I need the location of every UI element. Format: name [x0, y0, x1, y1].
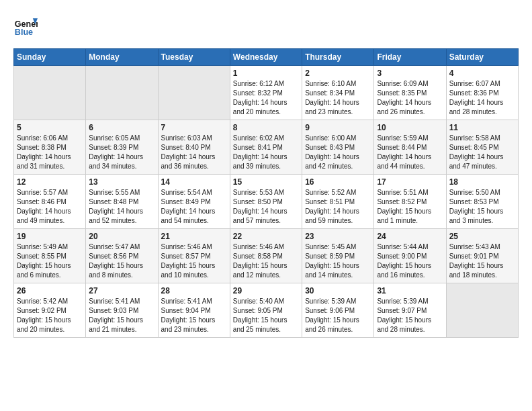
- calendar-cell: 9Sunrise: 6:00 AMSunset: 8:43 PMDaylight…: [302, 120, 374, 175]
- day-number: 11: [449, 123, 515, 132]
- calendar-cell: [86, 66, 158, 120]
- cell-info: Sunrise: 5:57 AMSunset: 8:46 PMDaylight:…: [17, 188, 83, 226]
- logo-icon: General Blue: [13, 13, 38, 38]
- day-number: 16: [305, 177, 371, 187]
- day-number: 10: [377, 123, 443, 132]
- cell-info: Sunrise: 5:45 AMSunset: 8:59 PMDaylight:…: [305, 242, 371, 280]
- calendar-cell: 20Sunrise: 5:47 AMSunset: 8:56 PMDayligh…: [86, 229, 158, 283]
- day-number: 20: [89, 232, 154, 241]
- page-header: General Blue: [13, 13, 519, 38]
- calendar-cell: 11Sunrise: 5:58 AMSunset: 8:45 PMDayligh…: [446, 120, 518, 175]
- calendar-cell: 5Sunrise: 6:06 AMSunset: 8:38 PMDaylight…: [14, 120, 86, 175]
- calendar-cell: 8Sunrise: 6:02 AMSunset: 8:41 PMDaylight…: [230, 120, 302, 175]
- cell-info: Sunrise: 5:49 AMSunset: 8:55 PMDaylight:…: [17, 242, 83, 280]
- calendar-cell: 19Sunrise: 5:49 AMSunset: 8:55 PMDayligh…: [14, 229, 86, 283]
- calendar-cell: 4Sunrise: 6:07 AMSunset: 8:36 PMDaylight…: [446, 66, 518, 120]
- calendar-week-row: 19Sunrise: 5:49 AMSunset: 8:55 PMDayligh…: [14, 229, 519, 283]
- day-number: 15: [233, 177, 299, 187]
- day-number: 25: [449, 232, 515, 241]
- calendar-week-row: 12Sunrise: 5:57 AMSunset: 8:46 PMDayligh…: [14, 175, 519, 229]
- cell-info: Sunrise: 6:03 AMSunset: 8:40 PMDaylight:…: [161, 134, 227, 171]
- day-number: 31: [377, 286, 443, 295]
- day-number: 2: [305, 68, 371, 78]
- calendar-cell: 25Sunrise: 5:43 AMSunset: 9:01 PMDayligh…: [446, 229, 518, 283]
- calendar-cell: 3Sunrise: 6:09 AMSunset: 8:35 PMDaylight…: [374, 66, 446, 120]
- calendar-week-row: 5Sunrise: 6:06 AMSunset: 8:38 PMDaylight…: [14, 120, 519, 175]
- cell-info: Sunrise: 5:46 AMSunset: 8:58 PMDaylight:…: [233, 242, 299, 280]
- cell-info: Sunrise: 5:59 AMSunset: 8:44 PMDaylight:…: [377, 134, 443, 171]
- cell-info: Sunrise: 6:09 AMSunset: 8:35 PMDaylight:…: [377, 79, 443, 117]
- calendar-cell: 13Sunrise: 5:55 AMSunset: 8:48 PMDayligh…: [86, 175, 158, 229]
- calendar-week-row: 1Sunrise: 6:12 AMSunset: 8:32 PMDaylight…: [14, 66, 519, 120]
- calendar-cell: 26Sunrise: 5:42 AMSunset: 9:02 PMDayligh…: [14, 283, 86, 338]
- cell-info: Sunrise: 5:44 AMSunset: 9:00 PMDaylight:…: [377, 242, 443, 280]
- calendar-cell: 12Sunrise: 5:57 AMSunset: 8:46 PMDayligh…: [14, 175, 86, 229]
- cell-info: Sunrise: 5:47 AMSunset: 8:56 PMDaylight:…: [89, 242, 154, 280]
- day-number: 29: [233, 286, 299, 295]
- day-number: 7: [161, 123, 227, 132]
- cell-info: Sunrise: 5:39 AMSunset: 9:07 PMDaylight:…: [377, 297, 443, 334]
- cell-info: Sunrise: 5:39 AMSunset: 9:06 PMDaylight:…: [305, 297, 371, 334]
- calendar-cell: 17Sunrise: 5:51 AMSunset: 8:52 PMDayligh…: [374, 175, 446, 229]
- cell-info: Sunrise: 5:52 AMSunset: 8:51 PMDaylight:…: [305, 188, 371, 226]
- cell-info: Sunrise: 6:05 AMSunset: 8:39 PMDaylight:…: [89, 134, 154, 171]
- day-header-monday: Monday: [86, 49, 158, 66]
- svg-text:Blue: Blue: [15, 28, 33, 37]
- day-number: 22: [233, 232, 299, 241]
- logo: General Blue: [13, 13, 38, 38]
- cell-info: Sunrise: 5:54 AMSunset: 8:49 PMDaylight:…: [161, 188, 227, 226]
- day-header-thursday: Thursday: [302, 49, 374, 66]
- cell-info: Sunrise: 5:51 AMSunset: 8:52 PMDaylight:…: [377, 188, 443, 226]
- cell-info: Sunrise: 6:06 AMSunset: 8:38 PMDaylight:…: [17, 134, 83, 171]
- calendar-cell: 14Sunrise: 5:54 AMSunset: 8:49 PMDayligh…: [158, 175, 230, 229]
- calendar-cell: 28Sunrise: 5:41 AMSunset: 9:04 PMDayligh…: [158, 283, 230, 338]
- day-number: 24: [377, 232, 443, 241]
- day-number: 23: [305, 232, 371, 241]
- calendar-cell: 31Sunrise: 5:39 AMSunset: 9:07 PMDayligh…: [374, 283, 446, 338]
- cell-info: Sunrise: 5:58 AMSunset: 8:45 PMDaylight:…: [449, 134, 515, 171]
- day-number: 9: [305, 123, 371, 132]
- calendar-cell: [14, 66, 86, 120]
- day-header-saturday: Saturday: [446, 49, 518, 66]
- day-number: 6: [89, 123, 154, 132]
- cell-info: Sunrise: 6:12 AMSunset: 8:32 PMDaylight:…: [233, 79, 299, 117]
- day-number: 30: [305, 286, 371, 295]
- calendar-cell: 27Sunrise: 5:41 AMSunset: 9:03 PMDayligh…: [86, 283, 158, 338]
- calendar-cell: 29Sunrise: 5:40 AMSunset: 9:05 PMDayligh…: [230, 283, 302, 338]
- cell-info: Sunrise: 5:41 AMSunset: 9:04 PMDaylight:…: [161, 297, 227, 334]
- calendar-cell: 23Sunrise: 5:45 AMSunset: 8:59 PMDayligh…: [302, 229, 374, 283]
- day-header-friday: Friday: [374, 49, 446, 66]
- day-number: 3: [377, 68, 443, 78]
- day-header-sunday: Sunday: [14, 49, 86, 66]
- calendar-body: 1Sunrise: 6:12 AMSunset: 8:32 PMDaylight…: [14, 66, 519, 338]
- cell-info: Sunrise: 5:41 AMSunset: 9:03 PMDaylight:…: [89, 297, 154, 334]
- cell-info: Sunrise: 5:40 AMSunset: 9:05 PMDaylight:…: [233, 297, 299, 334]
- day-number: 14: [161, 177, 227, 187]
- day-number: 19: [17, 232, 83, 241]
- day-number: 17: [377, 177, 443, 187]
- calendar-cell: 7Sunrise: 6:03 AMSunset: 8:40 PMDaylight…: [158, 120, 230, 175]
- calendar-cell: 21Sunrise: 5:46 AMSunset: 8:57 PMDayligh…: [158, 229, 230, 283]
- day-number: 21: [161, 232, 227, 241]
- calendar-table: SundayMondayTuesdayWednesdayThursdayFrid…: [13, 48, 519, 338]
- calendar-cell: 16Sunrise: 5:52 AMSunset: 8:51 PMDayligh…: [302, 175, 374, 229]
- cell-info: Sunrise: 5:42 AMSunset: 9:02 PMDaylight:…: [17, 297, 83, 334]
- day-number: 26: [17, 286, 83, 295]
- day-number: 8: [233, 123, 299, 132]
- cell-info: Sunrise: 5:43 AMSunset: 9:01 PMDaylight:…: [449, 242, 515, 280]
- cell-info: Sunrise: 5:46 AMSunset: 8:57 PMDaylight:…: [161, 242, 227, 280]
- cell-info: Sunrise: 5:55 AMSunset: 8:48 PMDaylight:…: [89, 188, 154, 226]
- cell-info: Sunrise: 5:53 AMSunset: 8:50 PMDaylight:…: [233, 188, 299, 226]
- calendar-cell: [446, 283, 518, 338]
- day-header-wednesday: Wednesday: [230, 49, 302, 66]
- cell-info: Sunrise: 6:10 AMSunset: 8:34 PMDaylight:…: [305, 79, 371, 117]
- day-number: 1: [233, 68, 299, 78]
- cell-info: Sunrise: 5:50 AMSunset: 8:53 PMDaylight:…: [449, 188, 515, 226]
- cell-info: Sunrise: 6:02 AMSunset: 8:41 PMDaylight:…: [233, 134, 299, 171]
- calendar-cell: 10Sunrise: 5:59 AMSunset: 8:44 PMDayligh…: [374, 120, 446, 175]
- day-number: 12: [17, 177, 83, 187]
- calendar-cell: 24Sunrise: 5:44 AMSunset: 9:00 PMDayligh…: [374, 229, 446, 283]
- day-number: 5: [17, 123, 83, 132]
- day-header-tuesday: Tuesday: [158, 49, 230, 66]
- day-number: 13: [89, 177, 154, 187]
